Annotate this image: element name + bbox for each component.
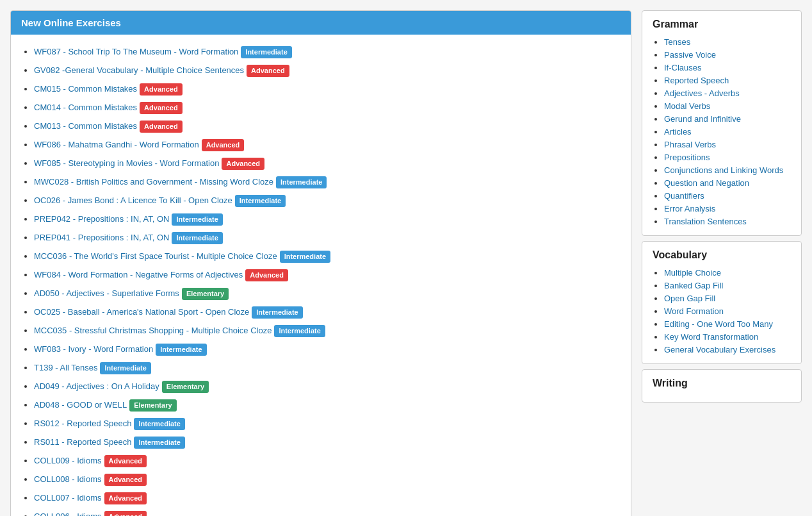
level-badge: Intermediate bbox=[134, 418, 184, 430]
exercise-link[interactable]: COLL009 - Idioms bbox=[34, 456, 102, 465]
grammar-link[interactable]: Conjunctions and Linking Words bbox=[664, 165, 783, 175]
sidebar-item: Adjectives - Adverbs bbox=[664, 87, 791, 99]
level-badge: Intermediate bbox=[235, 195, 286, 207]
exercise-link[interactable]: RS011 - Reported Speech bbox=[34, 437, 131, 447]
list-item: WF085 - Stereotyping in Movies - Word Fo… bbox=[34, 154, 621, 172]
exercise-link[interactable]: GV082 -General Vocabulary - Multiple Cho… bbox=[34, 65, 244, 75]
exercise-link[interactable]: AD049 - Adjectives : On A Holiday bbox=[34, 381, 159, 391]
exercise-link[interactable]: WF087 - School Trip To The Museum - Word… bbox=[34, 47, 238, 56]
exercise-link[interactable]: COLL006 - Idioms bbox=[34, 512, 102, 516]
sidebar-item: Word Formation bbox=[664, 304, 791, 317]
exercise-link[interactable]: RS012 - Reported Speech bbox=[34, 419, 131, 428]
exercise-link[interactable]: OC026 - James Bond : A Licence To Kill -… bbox=[34, 196, 232, 205]
list-item: COLL008 - IdiomsAdvanced bbox=[34, 470, 621, 488]
grammar-link[interactable]: Translation Sentences bbox=[664, 217, 747, 226]
sidebar-grammar-section: Grammar TensesPassive VoiceIf-ClausesRep… bbox=[642, 10, 802, 236]
list-item: PREP041 - Prepositions : IN, AT, ONInter… bbox=[34, 228, 621, 247]
level-badge: Advanced bbox=[140, 83, 183, 96]
level-badge: Intermediate bbox=[280, 251, 330, 263]
level-badge: Advanced bbox=[140, 121, 183, 133]
grammar-link[interactable]: Question and Negation bbox=[664, 178, 749, 188]
exercise-link[interactable]: WF086 - Mahatma Gandhi - Word Formation bbox=[34, 140, 199, 149]
exercise-link[interactable]: AD050 - Adjectives - Superlative Forms bbox=[34, 288, 179, 298]
level-badge: Elementary bbox=[162, 381, 209, 393]
exercise-link[interactable]: CM015 - Common Mistakes bbox=[34, 84, 137, 94]
main-panel-title: New Online Exercises bbox=[21, 17, 121, 28]
exercise-link[interactable]: COLL007 - Idioms bbox=[34, 493, 102, 503]
list-item: AD050 - Adjectives - Superlative FormsEl… bbox=[34, 284, 621, 303]
grammar-link[interactable]: Quantifiers bbox=[664, 191, 704, 201]
list-item: T139 - All TensesIntermediate bbox=[34, 358, 621, 377]
vocabulary-link[interactable]: Key Word Transformation bbox=[664, 332, 758, 342]
level-badge: Intermediate bbox=[172, 213, 222, 226]
exercise-link[interactable]: MCC036 - The World's First Space Tourist… bbox=[34, 251, 277, 261]
level-badge: Advanced bbox=[104, 511, 147, 516]
exercise-link[interactable]: PREP041 - Prepositions : IN, AT, ON bbox=[34, 233, 169, 242]
grammar-title: Grammar bbox=[653, 19, 791, 30]
list-item: AD049 - Adjectives : On A HolidayElement… bbox=[34, 377, 621, 395]
exercise-list: WF087 - School Trip To The Museum - Word… bbox=[24, 35, 631, 516]
list-item: RS012 - Reported SpeechIntermediate bbox=[34, 414, 621, 433]
vocabulary-link[interactable]: Editing - One Word Too Many bbox=[664, 319, 773, 329]
exercise-link[interactable]: WF085 - Stereotyping in Movies - Word Fo… bbox=[34, 158, 219, 168]
exercise-link[interactable]: WF083 - Ivory - Word Formation bbox=[34, 344, 153, 354]
level-badge: Intermediate bbox=[172, 232, 222, 244]
level-badge: Advanced bbox=[104, 474, 147, 486]
list-item: WF084 - Word Formation - Negative Forms … bbox=[34, 265, 621, 284]
level-badge: Advanced bbox=[104, 455, 147, 467]
sidebar-item: Modal Verbs bbox=[664, 99, 791, 112]
exercise-link[interactable]: OC025 - Baseball - America's National Sp… bbox=[34, 307, 249, 317]
grammar-link[interactable]: Modal Verbs bbox=[664, 101, 710, 111]
list-item: GV082 -General Vocabulary - Multiple Cho… bbox=[34, 61, 621, 79]
list-item: WF086 - Mahatma Gandhi - Word FormationA… bbox=[34, 135, 621, 154]
sidebar-item: Editing - One Word Too Many bbox=[664, 317, 791, 330]
list-item: COLL006 - IdiomsAdvanced bbox=[34, 507, 621, 516]
sidebar-item: Tenses bbox=[664, 35, 791, 48]
sidebar-item: Question and Negation bbox=[664, 176, 791, 189]
vocabulary-link[interactable]: General Vocabulary Exercises bbox=[664, 345, 775, 354]
sidebar-item: Articles bbox=[664, 125, 791, 138]
exercise-link[interactable]: MWC028 - British Politics and Government… bbox=[34, 177, 273, 187]
exercise-link[interactable]: MCC035 - Stressful Christmas Shopping - … bbox=[34, 326, 272, 335]
exercise-link[interactable]: T139 - All Tenses bbox=[34, 363, 97, 372]
grammar-link[interactable]: Phrasal Verbs bbox=[664, 140, 716, 149]
vocabulary-link[interactable]: Word Formation bbox=[664, 306, 724, 316]
list-item: CM015 - Common MistakesAdvanced bbox=[34, 79, 621, 98]
sidebar-item: Reported Speech bbox=[664, 74, 791, 87]
exercise-link[interactable]: WF084 - Word Formation - Negative Forms … bbox=[34, 270, 243, 279]
level-badge: Intermediate bbox=[134, 437, 184, 449]
list-item: CM013 - Common MistakesAdvanced bbox=[34, 117, 621, 135]
level-badge: Advanced bbox=[247, 65, 289, 77]
writing-title: Writing bbox=[653, 378, 791, 389]
grammar-link[interactable]: If-Clauses bbox=[664, 63, 702, 72]
exercise-link[interactable]: AD048 - GOOD or WELL bbox=[34, 400, 127, 410]
sidebar-item: Open Gap Fill bbox=[664, 292, 791, 304]
level-badge: Advanced bbox=[104, 492, 147, 504]
exercise-link[interactable]: CM014 - Common Mistakes bbox=[34, 103, 137, 112]
grammar-link[interactable]: Passive Voice bbox=[664, 50, 716, 60]
grammar-link[interactable]: Reported Speech bbox=[664, 76, 729, 85]
grammar-link[interactable]: Error Analysis bbox=[664, 204, 715, 213]
vocabulary-link[interactable]: Banked Gap Fill bbox=[664, 281, 724, 290]
grammar-link[interactable]: Articles bbox=[664, 127, 692, 137]
sidebar-item: If-Clauses bbox=[664, 61, 791, 74]
grammar-link[interactable]: Adjectives - Adverbs bbox=[664, 88, 740, 98]
grammar-link[interactable]: Tenses bbox=[664, 37, 690, 47]
vocabulary-link[interactable]: Open Gap Fill bbox=[664, 294, 715, 303]
exercise-link[interactable]: CM013 - Common Mistakes bbox=[34, 121, 137, 131]
level-badge: Intermediate bbox=[100, 362, 150, 374]
list-item: COLL009 - IdiomsAdvanced bbox=[34, 451, 621, 470]
grammar-link[interactable]: Prepositions bbox=[664, 153, 710, 162]
page-wrapper: New Online Exercises WF087 - School Trip… bbox=[0, 0, 812, 516]
list-item: COLL007 - IdiomsAdvanced bbox=[34, 488, 621, 507]
main-panel-header: New Online Exercises bbox=[11, 11, 631, 35]
list-item: AD048 - GOOD or WELLElementary bbox=[34, 395, 621, 414]
vocabulary-link[interactable]: Multiple Choice bbox=[664, 268, 721, 278]
level-badge: Advanced bbox=[202, 139, 245, 151]
list-item: OC025 - Baseball - America's National Sp… bbox=[34, 303, 621, 321]
level-badge: Elementary bbox=[182, 288, 229, 300]
exercise-link[interactable]: PREP042 - Prepositions : IN, AT, ON bbox=[34, 214, 169, 224]
grammar-link[interactable]: Gerund and Infinitive bbox=[664, 114, 741, 124]
sidebar-item: Gerund and Infinitive bbox=[664, 112, 791, 125]
exercise-link[interactable]: COLL008 - Idioms bbox=[34, 474, 102, 484]
